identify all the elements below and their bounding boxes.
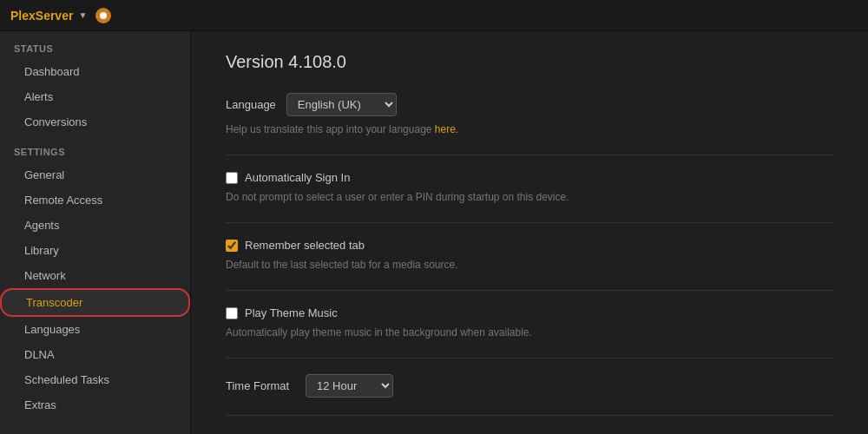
language-row: Language English (UK) English (US) Frenc… (226, 93, 833, 116)
sidebar-item-transcoder[interactable]: Transcoder ◄ (0, 288, 190, 317)
main-layout: Status Dashboard Alerts Conversions Sett… (0, 31, 868, 434)
time-format-setting: Time Format 12 Hour 24 Hour (226, 374, 833, 398)
sidebar-item-dlna[interactable]: DLNA (0, 342, 190, 367)
time-format-label: Time Format (226, 379, 295, 392)
play-theme-setting: Play Theme Music Automatically play them… (226, 306, 833, 340)
divider-3 (226, 290, 833, 291)
remember-tab-row: Remember selected tab (226, 239, 833, 252)
sidebar-item-library[interactable]: Library (0, 238, 190, 263)
play-theme-desc: Automatically play theme music in the ba… (226, 325, 833, 340)
auto-signin-label[interactable]: Automatically Sign In (245, 171, 350, 184)
content-area: Version 4.108.0 Language English (UK) En… (191, 31, 868, 434)
sidebar: Status Dashboard Alerts Conversions Sett… (0, 31, 191, 434)
sidebar-item-remote-access[interactable]: Remote Access (0, 187, 190, 213)
sidebar-item-scheduled-tasks[interactable]: Scheduled Tasks (0, 367, 190, 392)
status-icon (95, 8, 111, 23)
auto-signin-checkbox[interactable] (226, 172, 238, 184)
remember-tab-label[interactable]: Remember selected tab (245, 239, 365, 252)
svg-point-0 (100, 12, 107, 19)
sidebar-item-dashboard[interactable]: Dashboard (0, 59, 190, 84)
play-theme-checkbox[interactable] (226, 307, 238, 319)
sidebar-section-status: Status (0, 31, 190, 59)
time-format-row: Time Format 12 Hour 24 Hour (226, 374, 833, 398)
sidebar-item-languages[interactable]: Languages (0, 317, 190, 342)
translate-link[interactable]: here. (435, 123, 458, 135)
divider-2 (226, 222, 833, 223)
sidebar-item-agents[interactable]: Agents (0, 213, 190, 238)
divider-1 (226, 155, 833, 155)
sidebar-item-extras[interactable]: Extras (0, 392, 190, 418)
chevron-down-icon: ▼ (78, 10, 87, 20)
language-select[interactable]: English (UK) English (US) French German … (286, 93, 397, 116)
auto-signin-setting: Automatically Sign In Do not prompt to s… (226, 171, 833, 205)
play-theme-label[interactable]: Play Theme Music (245, 306, 338, 319)
language-desc: Help us translate this app into your lan… (226, 122, 833, 137)
server-title[interactable]: PlexServer ▼ (10, 9, 87, 23)
sidebar-section-settings: Settings (0, 135, 190, 162)
topbar: PlexServer ▼ (0, 0, 868, 31)
time-format-select[interactable]: 12 Hour 24 Hour (306, 374, 393, 398)
remember-tab-checkbox[interactable] (226, 240, 238, 252)
divider-5 (226, 415, 833, 416)
sidebar-item-network[interactable]: Network (0, 263, 190, 288)
play-theme-row: Play Theme Music (226, 306, 833, 319)
server-name: PlexServer (10, 9, 73, 23)
divider-4 (226, 358, 833, 358)
language-label: Language (226, 98, 276, 111)
language-setting: Language English (UK) English (US) Frenc… (226, 93, 833, 137)
sidebar-item-alerts[interactable]: Alerts (0, 84, 190, 109)
sidebar-item-conversions[interactable]: Conversions (0, 109, 190, 135)
auto-signin-desc: Do not prompt to select a user or enter … (226, 189, 833, 205)
remember-tab-setting: Remember selected tab Default to the las… (226, 239, 833, 273)
sidebar-item-general[interactable]: General (0, 162, 190, 187)
remember-tab-desc: Default to the last selected tab for a m… (226, 257, 833, 273)
version-title: Version 4.108.0 (226, 52, 833, 72)
auto-signin-row: Automatically Sign In (226, 171, 833, 184)
